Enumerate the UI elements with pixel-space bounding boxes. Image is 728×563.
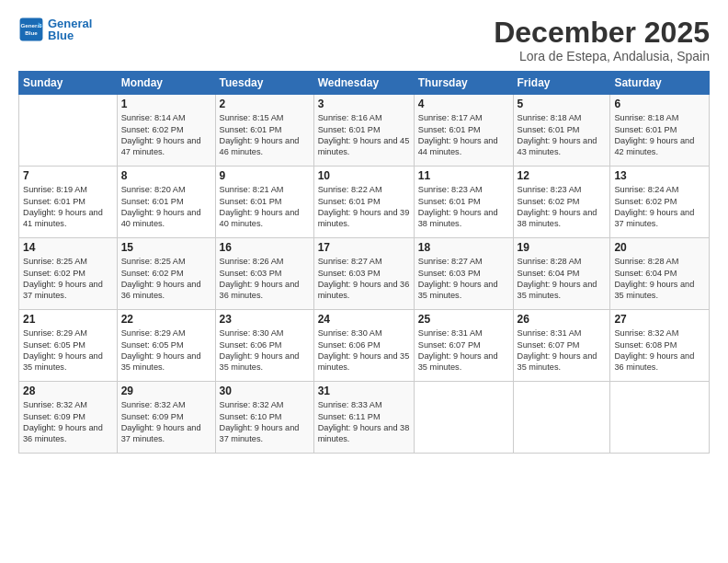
logo-text: General Blue (48, 17, 92, 42)
day-info: Sunrise: 8:21 AMSunset: 6:01 PMDaylight:… (220, 184, 310, 230)
day-info: Sunrise: 8:33 AMSunset: 6:11 PMDaylight:… (318, 399, 410, 445)
day-number: 6 (614, 98, 705, 110)
calendar-cell: 10Sunrise: 8:22 AMSunset: 6:01 PMDayligh… (313, 167, 414, 238)
month-title: December 2025 (494, 17, 710, 49)
day-number: 21 (23, 313, 113, 326)
day-info: Sunrise: 8:23 AMSunset: 6:01 PMDaylight:… (418, 184, 509, 230)
calendar-cell (414, 382, 513, 454)
weekday-header: Sunday (19, 72, 118, 95)
calendar-cell: 8Sunrise: 8:20 AMSunset: 6:01 PMDaylight… (117, 167, 215, 238)
weekday-header: Saturday (610, 72, 710, 95)
calendar-page: General Blue General Blue December 2025 … (0, 0, 728, 563)
day-number: 14 (23, 241, 113, 254)
day-number: 30 (220, 385, 310, 397)
day-number: 17 (318, 241, 410, 254)
day-number: 12 (518, 169, 607, 182)
day-info: Sunrise: 8:20 AMSunset: 6:01 PMDaylight:… (121, 184, 211, 230)
day-number: 25 (418, 313, 509, 326)
day-number: 9 (220, 169, 310, 182)
day-info: Sunrise: 8:15 AMSunset: 6:01 PMDaylight:… (220, 112, 310, 158)
day-number: 10 (318, 169, 410, 182)
calendar-cell (513, 382, 610, 454)
day-number: 13 (614, 169, 705, 182)
day-number: 3 (318, 98, 410, 110)
svg-text:Blue: Blue (25, 29, 38, 36)
day-info: Sunrise: 8:26 AMSunset: 6:03 PMDaylight:… (220, 256, 310, 302)
day-number: 8 (121, 169, 211, 182)
calendar-cell (610, 382, 710, 454)
day-number: 4 (418, 98, 509, 110)
day-info: Sunrise: 8:25 AMSunset: 6:02 PMDaylight:… (23, 256, 113, 302)
weekday-header: Monday (117, 72, 215, 95)
day-info: Sunrise: 8:29 AMSunset: 6:05 PMDaylight:… (121, 327, 211, 373)
calendar-cell: 13Sunrise: 8:24 AMSunset: 6:02 PMDayligh… (610, 167, 710, 238)
day-info: Sunrise: 8:18 AMSunset: 6:01 PMDaylight:… (518, 112, 607, 158)
calendar-cell: 17Sunrise: 8:27 AMSunset: 6:03 PMDayligh… (313, 238, 414, 310)
day-info: Sunrise: 8:16 AMSunset: 6:01 PMDaylight:… (318, 112, 410, 158)
calendar-cell: 1Sunrise: 8:14 AMSunset: 6:02 PMDaylight… (117, 95, 215, 167)
calendar-cell: 14Sunrise: 8:25 AMSunset: 6:02 PMDayligh… (19, 238, 118, 310)
calendar-cell: 19Sunrise: 8:28 AMSunset: 6:04 PMDayligh… (513, 238, 610, 310)
calendar-cell: 29Sunrise: 8:32 AMSunset: 6:09 PMDayligh… (117, 382, 215, 454)
day-number: 15 (121, 241, 211, 254)
location: Lora de Estepa, Andalusia, Spain (494, 49, 710, 63)
day-number: 11 (418, 169, 509, 182)
calendar-week-row: 7Sunrise: 8:19 AMSunset: 6:01 PMDaylight… (19, 167, 710, 238)
calendar-cell: 25Sunrise: 8:31 AMSunset: 6:07 PMDayligh… (414, 310, 513, 382)
calendar-table: SundayMondayTuesdayWednesdayThursdayFrid… (18, 71, 710, 454)
calendar-cell: 16Sunrise: 8:26 AMSunset: 6:03 PMDayligh… (215, 238, 313, 310)
calendar-cell: 26Sunrise: 8:31 AMSunset: 6:07 PMDayligh… (513, 310, 610, 382)
weekday-header: Friday (513, 72, 610, 95)
day-info: Sunrise: 8:30 AMSunset: 6:06 PMDaylight:… (318, 327, 410, 373)
calendar-cell: 15Sunrise: 8:25 AMSunset: 6:02 PMDayligh… (117, 238, 215, 310)
day-number: 20 (614, 241, 705, 254)
day-info: Sunrise: 8:31 AMSunset: 6:07 PMDaylight:… (518, 327, 607, 373)
day-number: 1 (121, 98, 211, 110)
day-number: 16 (220, 241, 310, 254)
calendar-week-row: 14Sunrise: 8:25 AMSunset: 6:02 PMDayligh… (19, 238, 710, 310)
logo: General Blue General Blue (18, 17, 92, 42)
weekday-header: Wednesday (313, 72, 414, 95)
day-number: 7 (23, 169, 113, 182)
day-info: Sunrise: 8:25 AMSunset: 6:02 PMDaylight:… (121, 256, 211, 302)
calendar-cell: 21Sunrise: 8:29 AMSunset: 6:05 PMDayligh… (19, 310, 118, 382)
calendar-cell: 30Sunrise: 8:32 AMSunset: 6:10 PMDayligh… (215, 382, 313, 454)
day-info: Sunrise: 8:32 AMSunset: 6:09 PMDaylight:… (121, 399, 211, 445)
calendar-cell: 12Sunrise: 8:23 AMSunset: 6:02 PMDayligh… (513, 167, 610, 238)
day-info: Sunrise: 8:23 AMSunset: 6:02 PMDaylight:… (518, 184, 607, 230)
day-number: 26 (518, 313, 607, 326)
day-info: Sunrise: 8:17 AMSunset: 6:01 PMDaylight:… (418, 112, 509, 158)
calendar-cell (19, 95, 118, 167)
calendar-cell: 27Sunrise: 8:32 AMSunset: 6:08 PMDayligh… (610, 310, 710, 382)
calendar-week-row: 1Sunrise: 8:14 AMSunset: 6:02 PMDaylight… (19, 95, 710, 167)
calendar-week-row: 21Sunrise: 8:29 AMSunset: 6:05 PMDayligh… (19, 310, 710, 382)
day-number: 24 (318, 313, 410, 326)
day-info: Sunrise: 8:22 AMSunset: 6:01 PMDaylight:… (318, 184, 410, 230)
page-header: General Blue General Blue December 2025 … (18, 17, 710, 63)
day-info: Sunrise: 8:28 AMSunset: 6:04 PMDaylight:… (614, 256, 705, 302)
day-info: Sunrise: 8:24 AMSunset: 6:02 PMDaylight:… (614, 184, 705, 230)
day-number: 19 (518, 241, 607, 254)
calendar-cell: 24Sunrise: 8:30 AMSunset: 6:06 PMDayligh… (313, 310, 414, 382)
calendar-cell: 23Sunrise: 8:30 AMSunset: 6:06 PMDayligh… (215, 310, 313, 382)
title-block: December 2025 Lora de Estepa, Andalusia,… (494, 17, 710, 63)
calendar-week-row: 28Sunrise: 8:32 AMSunset: 6:09 PMDayligh… (19, 382, 710, 454)
calendar-cell: 7Sunrise: 8:19 AMSunset: 6:01 PMDaylight… (19, 167, 118, 238)
day-info: Sunrise: 8:32 AMSunset: 6:09 PMDaylight:… (23, 399, 113, 445)
day-info: Sunrise: 8:18 AMSunset: 6:01 PMDaylight:… (614, 112, 705, 158)
day-info: Sunrise: 8:27 AMSunset: 6:03 PMDaylight:… (418, 256, 509, 302)
day-info: Sunrise: 8:28 AMSunset: 6:04 PMDaylight:… (518, 256, 607, 302)
calendar-cell: 18Sunrise: 8:27 AMSunset: 6:03 PMDayligh… (414, 238, 513, 310)
weekday-header: Thursday (414, 72, 513, 95)
day-info: Sunrise: 8:14 AMSunset: 6:02 PMDaylight:… (121, 112, 211, 158)
day-info: Sunrise: 8:19 AMSunset: 6:01 PMDaylight:… (23, 184, 113, 230)
calendar-cell: 28Sunrise: 8:32 AMSunset: 6:09 PMDayligh… (19, 382, 118, 454)
day-info: Sunrise: 8:32 AMSunset: 6:10 PMDaylight:… (220, 399, 310, 445)
calendar-cell: 5Sunrise: 8:18 AMSunset: 6:01 PMDaylight… (513, 95, 610, 167)
day-number: 29 (121, 385, 211, 397)
weekday-header: Tuesday (215, 72, 313, 95)
calendar-cell: 3Sunrise: 8:16 AMSunset: 6:01 PMDaylight… (313, 95, 414, 167)
day-number: 31 (318, 385, 410, 397)
day-info: Sunrise: 8:32 AMSunset: 6:08 PMDaylight:… (614, 327, 705, 373)
day-number: 2 (220, 98, 310, 110)
